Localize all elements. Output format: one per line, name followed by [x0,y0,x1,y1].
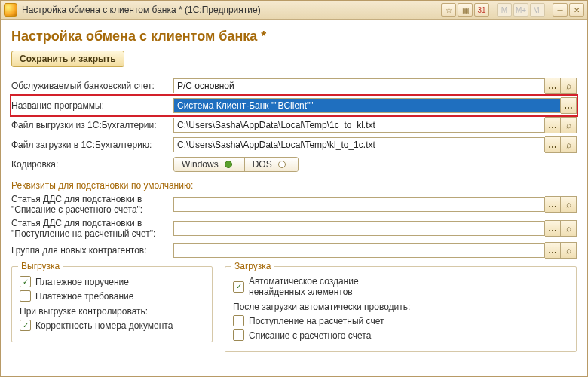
checkbox-icon [233,315,244,326]
row-new-contractors-group: Группа для новых контрагентов: [11,242,577,259]
encoding-toggle: Windows DOS [173,157,299,172]
titlebar: Настройка обмена с клиентом банка * (1С:… [1,1,587,20]
page-title: Настройка обмена с клиентом банка * [11,29,577,44]
chk-payment-order[interactable]: Платежное поручение [20,276,204,287]
calendar-icon[interactable]: 31 [474,3,489,17]
row-dds-writeoff: Статья ДДС для подстановки в "Списание с… [11,194,577,215]
import-auto-post-label: После загрузки автоматически проводить: [233,302,568,312]
checkbox-icon [20,276,31,287]
minimize-button[interactable]: ─ [553,3,568,17]
row-encoding: Кодировка: Windows DOS [11,156,577,173]
chk-doc-number-correct-label: Корректность номера документа [35,320,173,331]
checkbox-icon [233,329,244,341]
import-file-select-button[interactable] [545,136,561,153]
encoding-windows-label: Windows [182,159,219,170]
program-name-input[interactable] [173,98,561,113]
content-area: Настройка обмена с клиентом банка * Сохр… [1,20,587,376]
row-import-file: Файл загрузки в 1С:Бухгалтерию: [11,136,577,153]
label-encoding: Кодировка: [11,159,173,170]
bank-account-select-button[interactable] [545,78,561,94]
row-dds-income: Статья ДДС для подстановки в "Поступлени… [11,218,577,239]
export-fieldset: Выгрузка Платежное поручение Платежное т… [11,266,213,342]
dds-income-select-button[interactable] [545,220,561,237]
import-file-search-button[interactable] [561,136,577,153]
row-bank-account: Обслуживаемый банковский счет: [11,78,577,94]
checkbox-icon [233,281,244,293]
app-window: Настройка обмена с клиентом банка * (1С:… [0,0,588,377]
new-contractors-group-search-button[interactable] [561,242,577,259]
label-program-name: Название программы: [11,100,173,111]
import-legend: Загрузка [231,261,274,271]
program-name-select-button[interactable] [561,97,577,114]
checkbox-icon [20,290,31,302]
row-program-name: Название программы: [11,97,577,114]
memory-mplus-button[interactable]: M+ [513,3,528,17]
chk-payment-order-label: Платежное поручение [35,277,129,287]
grid-icon[interactable]: ▦ [458,3,473,17]
export-control-label: При выгрузке контролировать: [20,306,204,317]
import-file-input[interactable] [173,137,545,152]
defaults-section-title: Реквизиты для подстановки по умолчанию: [11,180,577,191]
export-file-input[interactable] [173,118,545,133]
radio-dot-icon [278,161,286,168]
bank-account-input[interactable] [173,78,545,93]
chk-payment-request[interactable]: Платежное требование [20,290,204,302]
chk-income[interactable]: Поступление на расчетный счет [233,315,568,326]
label-import-file: Файл загрузки в 1С:Бухгалтерию: [11,139,173,150]
export-file-select-button[interactable] [545,117,561,133]
chk-writeoff[interactable]: Списание с расчетного счета [233,329,568,341]
dds-income-search-button[interactable] [561,220,577,237]
label-dds-income: Статья ДДС для подстановки в "Поступлени… [11,218,173,239]
fieldsets-row: Выгрузка Платежное поручение Платежное т… [11,266,577,352]
radio-dot-icon [225,161,232,168]
export-file-search-button[interactable] [561,117,577,133]
titlebar-controls: ☆ ▦ 31 M M+ M- ─ ✕ [441,3,584,17]
new-contractors-group-select-button[interactable] [545,242,561,259]
dds-writeoff-input[interactable] [173,197,545,212]
label-export-file: Файл выгрузки из 1С:Бухгалтерии: [11,120,173,130]
dds-writeoff-search-button[interactable] [561,196,577,213]
chk-writeoff-label: Списание с расчетного счета [249,330,371,341]
dds-writeoff-select-button[interactable] [545,196,561,213]
label-new-contractors-group: Группа для новых контрагентов: [11,245,173,256]
checkbox-icon [20,320,31,331]
dds-income-input[interactable] [173,221,545,236]
row-export-file: Файл выгрузки из 1С:Бухгалтерии: [11,117,577,133]
memory-m-button[interactable]: M [497,3,512,17]
close-button[interactable]: ✕ [569,3,584,17]
new-contractors-group-input[interactable] [173,243,545,258]
memory-mminus-button[interactable]: M- [530,3,545,17]
app-icon [4,3,17,17]
export-legend: Выгрузка [18,261,63,271]
encoding-windows-option[interactable]: Windows [174,158,244,171]
window-title: Настройка обмена с клиентом банка * (1С:… [22,5,441,15]
import-fieldset: Загрузка Автоматическое создание ненайде… [225,266,577,352]
favorite-icon[interactable]: ☆ [441,3,456,17]
label-dds-writeoff: Статья ДДС для подстановки в "Списание с… [11,194,173,215]
chk-auto-create[interactable]: Автоматическое создание ненайденных элем… [233,276,568,297]
chk-doc-number-correct[interactable]: Корректность номера документа [20,320,204,331]
encoding-dos-option[interactable]: DOS [244,158,298,171]
save-and-close-button[interactable]: Сохранить и закрыть [11,51,124,67]
encoding-dos-label: DOS [253,159,272,170]
chk-income-label: Поступление на расчетный счет [249,316,384,326]
bank-account-search-button[interactable] [561,78,577,94]
chk-auto-create-label: Автоматическое создание ненайденных элем… [249,276,415,297]
label-bank-account: Обслуживаемый банковский счет: [11,81,173,91]
chk-payment-request-label: Платежное требование [35,291,133,302]
